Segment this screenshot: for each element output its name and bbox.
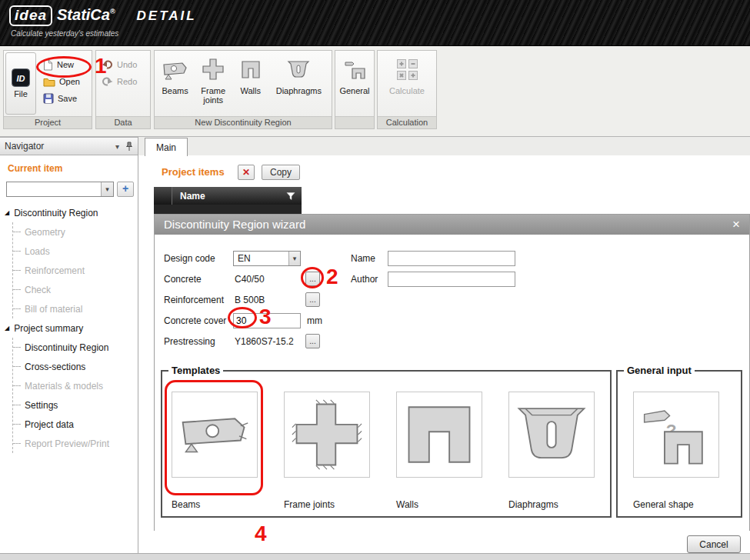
general-button[interactable]: General <box>337 52 372 115</box>
title-bar: idea StatiCa® DETAIL Calculate yesterday… <box>0 0 750 46</box>
idea-app-icon: ID <box>12 68 30 87</box>
file-button-label: File <box>14 89 28 98</box>
tree-item-materials-models[interactable]: Materials & models <box>13 376 135 395</box>
design-code-select[interactable]: EN ▾ <box>233 251 301 266</box>
tree-item-label: Bill of material <box>25 304 82 315</box>
ribbon-group-data-label: Data <box>96 116 150 128</box>
navigator-chevron-down-icon[interactable]: ▾ <box>115 142 119 151</box>
tree-node-project-summary[interactable]: ◢ Project summary <box>5 318 135 338</box>
navigator-tree: ◢ Discontinuity Region Geometry Loads Re… <box>5 203 135 453</box>
reinforcement-browse-button[interactable]: ... <box>305 292 320 307</box>
tree-item-report-preview-print[interactable]: Report Preview/Print <box>13 434 135 453</box>
concrete-value: C40/50 <box>235 272 265 287</box>
general-input-group-label: General input <box>624 365 695 376</box>
reinforcement-label: Reinforcement <box>164 292 224 308</box>
product-name: DETAIL <box>137 8 197 24</box>
row-selector-header-cell <box>154 187 172 205</box>
tree-item-label: Report Preview/Print <box>25 438 109 449</box>
design-code-label: Design code <box>164 251 215 266</box>
copy-button[interactable]: Copy <box>262 165 300 180</box>
prestressing-value: Y1860S7-15.2 <box>235 334 294 349</box>
template-diaphragms[interactable] <box>508 392 595 478</box>
expander-icon[interactable]: ◢ <box>5 209 9 216</box>
diaphragms-button[interactable]: Diaphragms <box>268 52 328 115</box>
reinforcement-value: B 500B <box>235 292 265 308</box>
concrete-cover-input[interactable] <box>233 313 301 328</box>
template-general-shape[interactable]: ? <box>633 392 719 478</box>
template-beams-label: Beams <box>172 499 200 510</box>
add-item-button[interactable]: + <box>117 182 134 197</box>
undo-button[interactable]: Undo <box>99 57 147 72</box>
prestressing-browse-button[interactable]: ... <box>305 334 320 348</box>
open-button-label: Open <box>59 77 80 86</box>
frame-joints-button-label-2: joints <box>203 95 223 105</box>
concrete-browse-button[interactable]: ... <box>305 272 320 286</box>
walls-icon <box>240 55 262 83</box>
calculate-icon <box>397 55 418 83</box>
frame-joints-button[interactable]: Frame joints <box>194 52 232 115</box>
new-document-icon <box>43 59 53 71</box>
tab-main[interactable]: Main <box>145 138 188 156</box>
general-icon <box>343 55 366 83</box>
tree-item-reinforcement[interactable]: Reinforcement <box>13 261 135 280</box>
tree-item-label: Project data <box>25 419 74 430</box>
table-row[interactable] <box>154 205 302 214</box>
template-beams[interactable] <box>172 392 258 478</box>
close-icon[interactable]: × <box>732 215 740 235</box>
tree-item-label: Reinforcement <box>25 265 85 276</box>
tree-item-geometry[interactable]: Geometry <box>13 222 135 242</box>
tree-item-check[interactable]: Check <box>13 280 135 299</box>
name-input[interactable] <box>388 251 515 266</box>
tree-item-label: Discontinuity Region <box>25 342 108 353</box>
filter-icon[interactable] <box>286 192 295 201</box>
navigator-panel: Navigator ▾ Current item ▾ + ◢ Discontin… <box>0 137 138 553</box>
tree-node-discontinuity-region[interactable]: ◢ Discontinuity Region <box>5 203 135 222</box>
general-input-groupbox: General input ? General shape <box>616 370 742 518</box>
open-button[interactable]: Open <box>41 74 88 89</box>
file-button[interactable]: ID File <box>5 52 36 115</box>
prestressing-label: Prestressing <box>164 334 215 349</box>
walls-button-label: Walls <box>241 86 261 95</box>
design-code-chevron-down-icon[interactable]: ▾ <box>288 252 300 265</box>
expander-icon[interactable]: ◢ <box>5 325 9 332</box>
undo-button-label: Undo <box>117 60 137 69</box>
save-button[interactable]: Save <box>41 91 88 106</box>
diaphragms-icon <box>287 55 310 83</box>
table-header[interactable]: Name <box>154 187 302 205</box>
beams-button[interactable]: Beams <box>158 52 193 115</box>
template-walls-label: Walls <box>396 499 418 510</box>
name-column-header[interactable]: Name <box>180 191 286 202</box>
redo-button[interactable]: Redo <box>99 74 147 89</box>
registered-mark: ® <box>110 8 115 15</box>
tree-item-label: Cross-sections <box>25 362 85 372</box>
tree-item-label: Settings <box>25 400 58 411</box>
tree-node-label: Project summary <box>14 323 83 334</box>
tree-item-project-data[interactable]: Project data <box>13 415 135 434</box>
concrete-label: Concrete <box>164 272 202 287</box>
tree-item-cross-sections[interactable]: Cross-sections <box>13 357 135 376</box>
ribbon-group-calculation: Calculate Calculation <box>377 50 437 129</box>
tree-item-loads[interactable]: Loads <box>13 242 135 261</box>
app-logo: idea StatiCa® DETAIL <box>9 5 197 26</box>
combobox-chevron-down-icon[interactable]: ▾ <box>101 182 113 196</box>
template-walls[interactable] <box>396 392 482 478</box>
calculate-button[interactable]: Calculate <box>380 52 434 115</box>
diaphragms-button-label: Diaphragms <box>276 86 322 95</box>
tree-item-settings[interactable]: Settings <box>13 395 135 415</box>
navigator-pin-icon[interactable] <box>125 142 133 152</box>
navigator-header: Navigator ▾ <box>0 137 138 155</box>
author-input[interactable] <box>388 272 515 287</box>
calculate-button-label: Calculate <box>389 86 425 95</box>
tree-item-bill-of-material[interactable]: Bill of material <box>13 299 135 318</box>
tree-item-discontinuity-region[interactable]: Discontinuity Region <box>13 338 135 357</box>
wizard-title-bar: Discontinuity Region wizard × <box>155 215 749 235</box>
cancel-button[interactable]: Cancel <box>687 535 741 553</box>
statica-text: StatiCa <box>57 6 110 23</box>
walls-button[interactable]: Walls <box>234 52 268 115</box>
new-button[interactable]: New <box>41 57 88 72</box>
delete-project-item-button[interactable]: ✕ <box>238 165 255 180</box>
current-item-combobox[interactable]: ▾ <box>6 182 114 197</box>
current-item-label: Current item <box>8 163 62 174</box>
template-frame-joints[interactable] <box>284 392 370 478</box>
tree-item-label: Loads <box>25 246 50 257</box>
